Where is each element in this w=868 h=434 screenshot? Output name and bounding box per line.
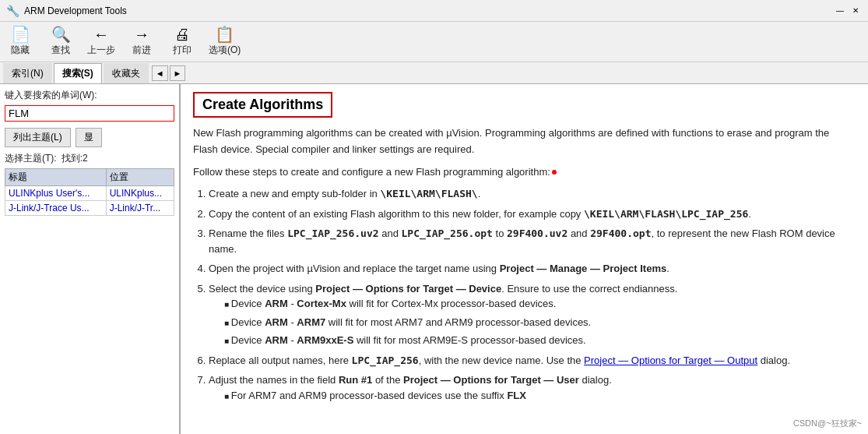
close-button[interactable]: ✕ bbox=[849, 5, 862, 17]
step-1-path: \KEIL\ARM\FLASH\ bbox=[380, 188, 477, 199]
result-location[interactable]: J-Link/J-Tr... bbox=[106, 201, 174, 216]
col-title: 标题 bbox=[5, 169, 107, 186]
toolbar-hide[interactable]: 📄 隐藏 bbox=[6, 26, 34, 57]
results-info: 选择主题(T): 找到:2 bbox=[5, 152, 174, 165]
main-container: 键入要搜索的单词(W): 列出主题(L) 显 选择主题(T): 找到:2 标题 … bbox=[0, 84, 868, 434]
step-5-menu: Project — Options for Target — Device bbox=[315, 283, 501, 295]
table-row[interactable]: ULINKplus User's...ULINKplus... bbox=[5, 186, 174, 201]
tab-index[interactable]: 索引(N) bbox=[3, 63, 52, 83]
list-topics-button[interactable]: 列出主题(L) bbox=[5, 128, 71, 147]
find-icon: 🔍 bbox=[51, 26, 71, 42]
steps-list: Create a new and empty sub-folder in \KE… bbox=[209, 186, 856, 403]
hide-icon: 📄 bbox=[11, 26, 30, 42]
select-topic-label: 选择主题(T): bbox=[5, 152, 57, 165]
back-label: 上一步 bbox=[87, 44, 115, 57]
col-location: 位置 bbox=[106, 169, 174, 186]
toolbar-back[interactable]: ← 上一步 bbox=[87, 26, 115, 57]
result-location[interactable]: ULINKplus... bbox=[106, 186, 174, 201]
tab-nav-next[interactable]: ► bbox=[170, 65, 186, 81]
step-2: Copy the content of an existing Flash al… bbox=[209, 206, 856, 222]
step-7: Adjust the names in the field Run #1 of … bbox=[209, 372, 856, 403]
forward-icon: → bbox=[134, 26, 149, 42]
watermark: CSDN@~狂技家~ bbox=[793, 418, 862, 429]
find-label: 查找 bbox=[51, 44, 70, 57]
toolbar-forward[interactable]: → 前进 bbox=[128, 26, 156, 57]
bullet-7-1: For ARM7 and ARM9 processor-based device… bbox=[224, 388, 856, 404]
toolbar-print[interactable]: 🖨 打印 bbox=[168, 26, 196, 57]
print-label: 打印 bbox=[173, 44, 192, 57]
tab-bookmarks[interactable]: 收藏夹 bbox=[104, 63, 149, 83]
step-7-field: Run #1 bbox=[339, 374, 372, 386]
right-panel: Create Algorithms New Flash programming … bbox=[181, 84, 868, 434]
bullet-5-3: Device ARM - ARM9xxE-S will fit for most… bbox=[224, 333, 856, 348]
result-title[interactable]: ULINKplus User's... bbox=[5, 186, 107, 201]
table-row[interactable]: J-Link/J-Trace Us...J-Link/J-Tr... bbox=[5, 201, 174, 216]
results-table: 标题 位置 ULINKplus User's...ULINKplus...J-L… bbox=[5, 168, 174, 216]
toolbar-options[interactable]: 📋 选项(O) bbox=[209, 26, 241, 57]
step-7-menu: Project — Options for Target — User bbox=[403, 374, 579, 386]
tab-search[interactable]: 搜索(S) bbox=[54, 63, 102, 83]
title-bar: 🔧 ARM Development Tools — ✕ bbox=[0, 0, 868, 22]
step-3-file3: 29F400.uv2 bbox=[507, 228, 568, 239]
step-6: Replace all output names, here LPC_IAP_2… bbox=[209, 353, 856, 369]
step-3: Rename the files LPC_IAP_256.uv2 and LPC… bbox=[209, 226, 856, 256]
search-field-label: 键入要搜索的单词(W): bbox=[5, 89, 174, 102]
bullet-5-2: Device ARM - ARM7 will fit for most ARM7… bbox=[224, 315, 856, 330]
forward-label: 前进 bbox=[132, 44, 151, 57]
step-3-file2: LPC_IAP_256.opt bbox=[402, 228, 493, 239]
intro-paragraph-2: Follow these steps to create and configu… bbox=[193, 164, 856, 181]
step-5-bullets: Device ARM - Cortex-Mx will fit for Cort… bbox=[224, 296, 856, 348]
step-2-path: \KEIL\ARM\FLASH\LPC_IAP_256 bbox=[584, 208, 748, 220]
step-4: Open the project with µVision and replac… bbox=[209, 261, 856, 277]
display-button[interactable]: 显 bbox=[76, 128, 102, 147]
app-title: ARM Development Tools bbox=[24, 5, 834, 16]
bullet-5-1: Device ARM - Cortex-Mx will fit for Cort… bbox=[224, 296, 856, 312]
tab-bar: 索引(N) 搜索(S) 收藏夹 ◄ ► bbox=[0, 62, 868, 84]
intro-paragraph-1: New Flash programming algorithms can be … bbox=[193, 125, 856, 158]
button-row: 列出主题(L) 显 bbox=[5, 128, 174, 147]
left-panel: 键入要搜索的单词(W): 列出主题(L) 显 选择主题(T): 找到:2 标题 … bbox=[0, 84, 181, 434]
step-6-link[interactable]: Project — Options for Target — Output bbox=[584, 355, 757, 366]
app-icon: 🔧 bbox=[6, 5, 19, 17]
toolbar-find[interactable]: 🔍 查找 bbox=[47, 26, 75, 57]
step-4-menu: Project — Manage — Project Items bbox=[500, 263, 667, 274]
step-3-file4: 29F400.opt bbox=[590, 228, 651, 239]
tab-nav-prev[interactable]: ◄ bbox=[152, 65, 168, 81]
step-3-file1: LPC_IAP_256.uv2 bbox=[287, 228, 378, 239]
step-5: Select the device using Project — Option… bbox=[209, 281, 856, 348]
toolbar: 📄 隐藏 🔍 查找 ← 上一步 → 前进 🖨 打印 📋 选项(O) bbox=[0, 22, 868, 62]
search-input[interactable] bbox=[5, 105, 174, 122]
result-title[interactable]: J-Link/J-Trace Us... bbox=[5, 201, 107, 216]
minimize-button[interactable]: — bbox=[834, 5, 846, 17]
back-icon: ← bbox=[93, 26, 109, 42]
step-1: Create a new and empty sub-folder in \KE… bbox=[209, 186, 856, 202]
options-label: 选项(O) bbox=[209, 44, 241, 57]
hide-label: 隐藏 bbox=[11, 44, 30, 57]
window-controls: — ✕ bbox=[834, 5, 862, 17]
options-icon: 📋 bbox=[215, 26, 234, 42]
found-count: 找到:2 bbox=[61, 152, 88, 165]
page-title: Create Algorithms bbox=[193, 92, 332, 118]
step-7-bullets: For ARM7 and ARM9 processor-based device… bbox=[224, 388, 856, 404]
print-icon: 🖨 bbox=[174, 26, 190, 42]
step-6-name: LPC_IAP_256 bbox=[352, 355, 419, 366]
red-dot bbox=[552, 170, 557, 175]
